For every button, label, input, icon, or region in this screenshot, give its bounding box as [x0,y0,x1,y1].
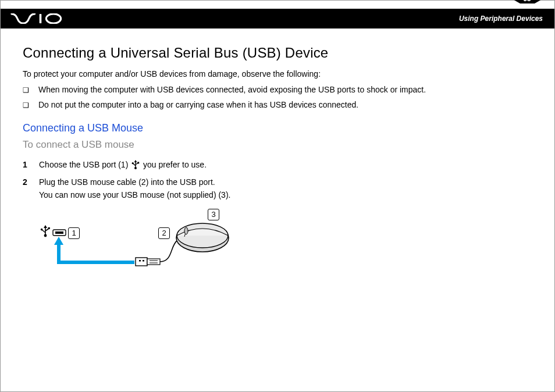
cable [160,240,177,262]
callout-2: 2 [158,227,170,239]
step-text: Plug the USB mouse cable (2) into the US… [39,177,230,199]
svg-rect-6 [137,162,139,163]
page-title: Connecting a Universal Serial Bus (USB) … [23,45,532,61]
step-text: you prefer to use. [143,160,207,169]
usb-port [53,230,66,236]
intro-text: To protect your computer and/or USB devi… [23,69,532,79]
subheading: Connecting a USB Mouse [23,122,532,134]
page-number: 95 [520,0,535,3]
svg-rect-18 [143,260,144,262]
svg-rect-15 [136,258,147,266]
callout-1: 1 [68,227,80,239]
svg-point-5 [132,162,134,164]
step-item: Choose the USB port (1) you prefer to us… [23,159,532,173]
svg-rect-11 [48,227,50,229]
svg-marker-14 [54,237,63,245]
precaution-item: When moving the computer with USB device… [23,83,532,96]
svg-rect-17 [139,260,141,262]
connection-diagram: 1 2 3 [39,211,237,281]
usb-icon [41,225,50,237]
svg-marker-4 [134,160,137,162]
prev-page-arrow[interactable] [512,0,520,3]
task-title: To connect a USB mouse [23,139,532,151]
step-item: Plug the USB mouse cable (2) into the US… [23,176,532,201]
usb-trident-icon [131,160,140,173]
vaio-logo [9,13,67,24]
mouse-illustration [176,223,229,252]
svg-rect-0 [40,14,42,23]
svg-rect-16 [147,259,160,265]
header-bar: Using Peripheral Devices [1,9,554,28]
svg-point-23 [184,227,188,234]
svg-point-10 [41,229,43,231]
arrow-icon [54,237,134,262]
next-page-arrow[interactable] [535,0,543,3]
page-navigator: 95 [512,0,543,4]
section-name: Using Peripheral Devices [459,15,543,23]
usb-plug [136,258,160,266]
svg-marker-9 [44,225,47,228]
step-list: Choose the USB port (1) you prefer to us… [23,159,532,202]
callout-3: 3 [208,209,219,220]
precaution-item: Do not put the computer into a bag or ca… [23,98,532,111]
svg-rect-13 [55,231,63,234]
precaution-list: When moving the computer with USB device… [23,83,532,112]
step-text: Choose the USB port (1) [39,160,130,169]
svg-point-1 [46,14,61,23]
